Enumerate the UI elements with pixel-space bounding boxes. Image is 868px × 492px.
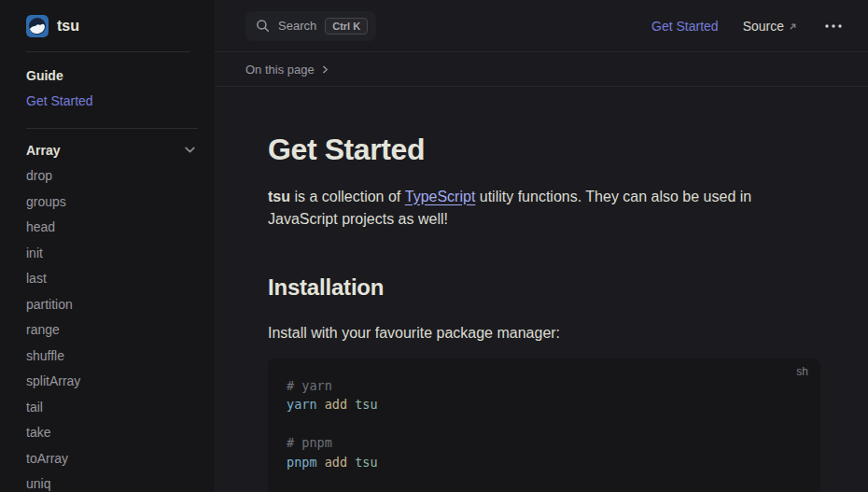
navbar: Search Ctrl K Get Started Source	[215, 0, 868, 52]
local-nav-bar: On this page	[215, 52, 868, 87]
code-line: # yarn	[287, 376, 798, 396]
on-this-page-label: On this page	[245, 63, 315, 77]
page-content: Get Started tsu is a collection of TypeS…	[215, 87, 868, 492]
code-line: pnpm add tsu	[287, 453, 798, 472]
sidebar-item-uniq[interactable]: uniq	[26, 471, 196, 492]
search-button[interactable]: Search Ctrl K	[245, 11, 376, 41]
intro-paragraph: tsu is a collection of TypeScript utilit…	[268, 186, 791, 231]
code-line	[287, 471, 798, 491]
intro-text-segment: is a collection of	[290, 189, 405, 204]
code-token-arg: add	[325, 397, 347, 412]
code-token-value: tsu	[355, 455, 377, 470]
code-token-plain	[347, 397, 355, 412]
code-token-comment: # yarn	[287, 378, 332, 393]
chevron-down-icon	[184, 144, 196, 156]
search-shortcut-kbd: Ctrl K	[325, 18, 368, 35]
typescript-link[interactable]: TypeScript	[405, 189, 476, 204]
main-column: Search Ctrl K Get Started Source On th	[215, 0, 868, 492]
sidebar-item-init[interactable]: init	[26, 240, 196, 266]
installation-heading: Installation	[268, 274, 820, 301]
installation-hint: Install with your favourite package mana…	[268, 322, 820, 344]
code-content: # yarnyarn add tsu # pnpmpnpm add tsu # …	[287, 376, 798, 492]
on-this-page-button[interactable]: On this page	[245, 63, 329, 77]
code-token-plain	[347, 455, 355, 470]
code-language-badge: sh	[796, 365, 808, 378]
more-menu-button[interactable]	[822, 20, 845, 33]
sidebar-item-tail[interactable]: tail	[26, 394, 196, 420]
chevron-right-icon	[321, 65, 329, 74]
sidebar-group-title: Guide	[26, 68, 63, 83]
nav-link-get-started[interactable]: Get Started	[651, 19, 719, 34]
nav-link-source[interactable]: Source	[743, 19, 798, 34]
intro-text-segment: tsu	[268, 189, 290, 204]
code-token-plain	[317, 397, 325, 412]
code-token-plain	[317, 455, 325, 470]
external-link-icon	[788, 21, 798, 32]
sidebar-item-take[interactable]: take	[26, 420, 196, 446]
site-logo-link[interactable]: tsu	[0, 0, 215, 51]
sidebar-item-groups[interactable]: groups	[26, 189, 196, 215]
code-line: yarn add tsu	[287, 395, 798, 415]
tsu-logo-icon	[26, 15, 49, 37]
code-token-value: tsu	[355, 397, 377, 412]
search-icon	[256, 19, 270, 33]
code-line	[287, 415, 798, 434]
sidebar-item-splitarray[interactable]: splitArray	[26, 369, 196, 395]
navbar-links: Get Started Source	[651, 19, 845, 34]
code-token-command: pnpm	[287, 455, 317, 470]
ellipsis-icon	[824, 23, 843, 29]
sidebar-item-head[interactable]: head	[26, 215, 196, 241]
sidebar-group-guide: Guide	[26, 63, 196, 89]
sidebar-item-last[interactable]: last	[26, 266, 196, 292]
sidebar-item-get-started[interactable]: Get Started	[26, 89, 196, 115]
code-token-command: yarn	[287, 397, 317, 412]
sidebar-item-drop[interactable]: drop	[26, 163, 196, 190]
site-title: tsu	[57, 18, 79, 35]
search-label: Search	[278, 19, 316, 33]
sidebar-item-range[interactable]: range	[26, 317, 196, 344]
sidebar: tsu GuideGet StartedArraydropgroupsheadi…	[0, 0, 215, 492]
code-line: # pnpm	[287, 433, 798, 453]
sidebar-item-partition[interactable]: partition	[26, 291, 196, 317]
page-title: Get Started	[268, 131, 820, 170]
sidebar-group-divider	[26, 128, 198, 129]
sidebar-group-array[interactable]: Array	[26, 137, 196, 163]
sidebar-item-shuffle[interactable]: shuffle	[26, 343, 196, 369]
code-token-arg: add	[325, 455, 347, 470]
nav-link-source-label: Source	[743, 19, 784, 34]
sidebar-nav: GuideGet StartedArraydropgroupsheadinitl…	[0, 52, 215, 492]
sidebar-group-title: Array	[26, 143, 61, 158]
code-token-comment: # pnpm	[287, 435, 332, 450]
code-block: sh # yarnyarn add tsu # pnpmpnpm add tsu…	[268, 358, 820, 492]
sidebar-item-toarray[interactable]: toArray	[26, 445, 196, 471]
